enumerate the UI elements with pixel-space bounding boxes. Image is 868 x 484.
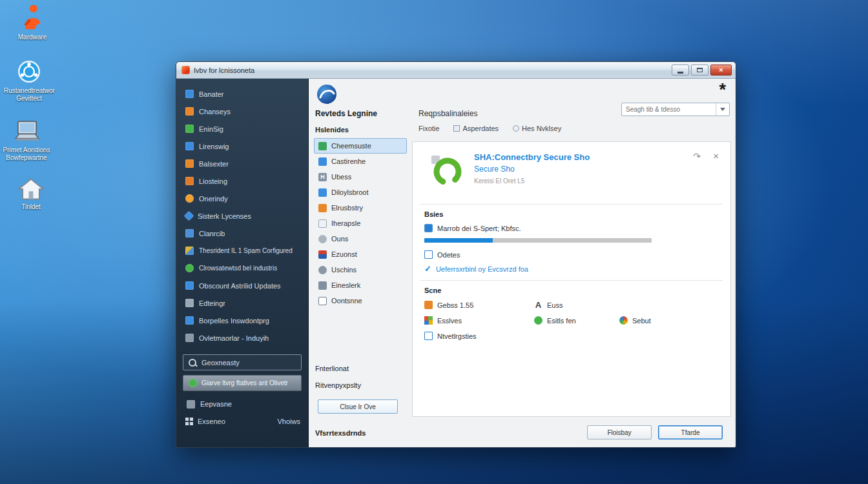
category-icon bbox=[318, 219, 327, 228]
app-entry[interactable]: Gebss 1.55 bbox=[424, 301, 473, 309]
chevron-down-icon bbox=[720, 108, 725, 111]
maximize-button[interactable] bbox=[691, 65, 708, 76]
sidebar-item[interactable]: Borpelles Inswdontprg bbox=[176, 312, 308, 329]
sidebar-search-item[interactable]: Geoxneasty bbox=[183, 354, 302, 370]
tab-favorite[interactable]: Fixotie bbox=[418, 125, 439, 132]
sidebar: Banater Chanseys EninSig Lirenswig Balse… bbox=[176, 79, 309, 447]
clean-button[interactable]: Clsue Ir Ove bbox=[318, 399, 398, 414]
section-label: Reqpsbalinaleies bbox=[418, 109, 477, 118]
list-item[interactable]: Iherapsle bbox=[314, 216, 407, 231]
laptop-icon bbox=[12, 119, 42, 145]
content-area: Revteds Legnine Reqpsbalinaleies * Hslen… bbox=[309, 79, 735, 447]
sidebar-item[interactable]: Lirenswig bbox=[176, 137, 308, 155]
sidebar-item[interactable]: Clrowsatewtsd bel industris bbox=[176, 259, 308, 277]
sidebar-item[interactable]: Chanseys bbox=[176, 103, 308, 120]
dismiss-icon[interactable]: × bbox=[713, 150, 719, 161]
sidebar-footer-left[interactable]: Exseneo bbox=[185, 418, 225, 425]
checkbox-icon[interactable] bbox=[424, 332, 433, 340]
app-window: Ivbv for lcnissoneta × Banater Chanseys … bbox=[176, 61, 736, 448]
desktop-icon-person[interactable]: Mardware bbox=[5, 3, 59, 41]
dropdown-button[interactable] bbox=[716, 103, 729, 116]
list-item[interactable]: Cheemsuste bbox=[314, 138, 407, 154]
sidebar-footer: Exseneo Vhoiws bbox=[185, 418, 300, 425]
search-combobox bbox=[621, 103, 730, 116]
category-icon bbox=[318, 266, 327, 274]
app-entry[interactable]: Esslves bbox=[424, 316, 462, 325]
product-subtitle-link[interactable]: Secure Sho bbox=[474, 165, 515, 174]
app-entry[interactable]: Esitls fen bbox=[534, 316, 576, 325]
asterisk-icon[interactable]: * bbox=[719, 80, 726, 100]
app-entry-icon bbox=[534, 316, 542, 325]
sidebar-item[interactable]: EninSig bbox=[176, 120, 308, 137]
list-item[interactable]: Diloylsbroot bbox=[314, 185, 407, 200]
sidebar-item[interactable]: Onerindy bbox=[176, 190, 308, 207]
secondary-action-button[interactable]: Floisbay bbox=[587, 425, 652, 439]
module-icon bbox=[185, 264, 194, 272]
module-icon bbox=[185, 194, 194, 203]
license-link-row[interactable]: ✓ Ueferrsxrbinl oy Evcsvrzd foa bbox=[424, 265, 528, 273]
share-icon[interactable]: ↷ bbox=[693, 151, 701, 161]
footer-label-2: Ritvenpyxpslty bbox=[315, 381, 361, 389]
sidebar-item[interactable]: Thesrident IL 1 Spam Corfigured bbox=[176, 242, 308, 259]
module-icon bbox=[185, 281, 194, 290]
divider bbox=[420, 280, 723, 281]
list-item[interactable]: Elrusbstry bbox=[314, 200, 407, 216]
document-icon bbox=[187, 400, 195, 408]
maximize-icon bbox=[697, 68, 703, 72]
module-icon bbox=[189, 379, 197, 387]
category-icon bbox=[318, 157, 327, 166]
desktop-icon-label: Mardware bbox=[5, 34, 59, 41]
choose-checkbox-row[interactable]: Odetes bbox=[424, 250, 460, 259]
app-logo-icon bbox=[316, 84, 337, 105]
list-item[interactable]: Ouns bbox=[314, 231, 407, 247]
detail-panel: SHA:Connectbry Secure Sho Secure Sho Ker… bbox=[412, 141, 731, 417]
app-entry-icon bbox=[424, 301, 433, 309]
app-entry-icon bbox=[619, 316, 628, 325]
sidebar-item[interactable]: Liosteing bbox=[176, 172, 308, 190]
sidebar-item[interactable]: Obscount Astrilid Updates bbox=[176, 277, 308, 294]
move-checkbox-row[interactable]: Ntvetlrgsties bbox=[424, 332, 477, 340]
sidebar-item[interactable]: Clanrcib bbox=[176, 225, 308, 242]
sidebar-selected-item[interactable]: Giarve ltvrg ftatlves ant Olivetr bbox=[183, 375, 302, 391]
app-icon bbox=[181, 66, 190, 74]
window-title: Ivbv for lcnissoneta bbox=[194, 66, 254, 74]
sidebar-item[interactable]: Sisterk Lycenses bbox=[176, 207, 308, 225]
person-icon bbox=[18, 3, 46, 32]
desktop-icon-laptop[interactable]: Primet Aorstions Bowfepwartne bbox=[0, 119, 54, 162]
search-input[interactable] bbox=[622, 106, 716, 113]
primary-action-button[interactable]: Tfarde bbox=[658, 425, 723, 439]
sidebar-item[interactable]: Banater bbox=[176, 85, 308, 103]
materials-label: Hslenides bbox=[315, 126, 349, 134]
module-icon bbox=[185, 316, 194, 325]
app-entry[interactable]: Sebut bbox=[619, 316, 651, 325]
list-item[interactable]: Castirenhe bbox=[314, 154, 407, 169]
checkbox-icon[interactable] bbox=[424, 250, 433, 259]
home-icon bbox=[17, 177, 45, 201]
sidebar-item[interactable]: Edteingr bbox=[176, 294, 308, 312]
list-item[interactable]: Eineslerk bbox=[314, 277, 407, 293]
tab-associates[interactable]: Asperdates bbox=[453, 125, 499, 132]
close-button[interactable]: × bbox=[710, 65, 732, 76]
desktop: Mardware Rustanedtreatwor Gevittect Prim… bbox=[0, 0, 868, 484]
sidebar-item[interactable]: Ovletmaorlar - Induyih bbox=[176, 329, 308, 347]
list-item[interactable]: Oontsnne bbox=[314, 293, 407, 308]
driver-icon bbox=[424, 224, 433, 232]
sidebar-doc-item[interactable]: Eepvasne bbox=[183, 397, 232, 411]
tab-history[interactable]: Hes Nvklsey bbox=[513, 125, 561, 132]
module-icon bbox=[185, 142, 194, 150]
list-item[interactable]: Ubess bbox=[314, 169, 407, 185]
sidebar-item[interactable]: Balsexter bbox=[176, 155, 308, 172]
minimize-button[interactable] bbox=[672, 65, 689, 76]
list-item[interactable]: Ezuonst bbox=[314, 247, 407, 262]
module-icon bbox=[185, 107, 194, 116]
desktop-icon-home[interactable]: Tinldet bbox=[4, 177, 58, 211]
app-entry-icon bbox=[424, 316, 433, 325]
category-icon bbox=[318, 142, 327, 150]
sidebar-footer-right[interactable]: Vhoiws bbox=[278, 418, 300, 425]
app-entry[interactable]: Euss bbox=[534, 301, 563, 309]
window-titlebar[interactable]: Ivbv for lcnissoneta × bbox=[176, 62, 736, 79]
list-item[interactable]: Uschins bbox=[314, 262, 407, 277]
progress-fill bbox=[424, 238, 493, 243]
module-icon bbox=[185, 125, 194, 133]
desktop-icon-network[interactable]: Rustanedtreatwor Gevittect bbox=[2, 58, 56, 103]
